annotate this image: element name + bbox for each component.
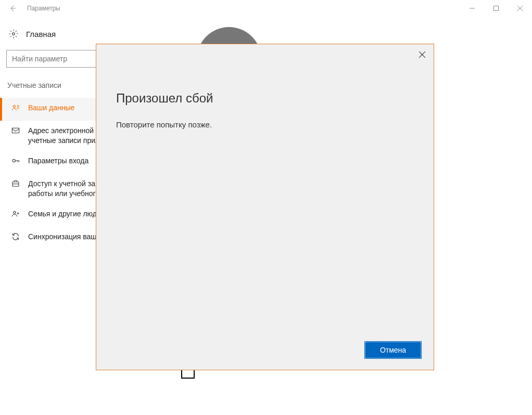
titlebar: Параметры xyxy=(0,0,532,17)
home-label: Главная xyxy=(26,30,56,38)
error-dialog: Произошел сбой Повторите попытку позже. … xyxy=(96,44,434,370)
maximize-button[interactable] xyxy=(484,0,508,17)
key-icon xyxy=(10,156,21,165)
window-title: Параметры xyxy=(27,5,60,12)
briefcase-icon xyxy=(10,179,21,188)
svg-point-17 xyxy=(14,211,16,213)
dialog-footer: Отмена xyxy=(96,332,434,370)
sidebar-item-label: Ваши данные xyxy=(28,103,74,113)
home-nav[interactable]: Главная xyxy=(0,25,156,43)
svg-point-6 xyxy=(13,105,15,107)
sidebar-item-label: Параметры входа xyxy=(28,156,88,166)
minimize-button[interactable] xyxy=(460,0,484,17)
dialog-close-button[interactable] xyxy=(416,48,428,61)
cancel-button[interactable]: Отмена xyxy=(365,342,421,358)
window-controls xyxy=(460,0,532,17)
dialog-title: Произошел сбой xyxy=(116,91,414,106)
sync-icon xyxy=(10,232,21,241)
gear-icon xyxy=(8,29,19,38)
dialog-body: Произошел сбой Повторите попытку позже. xyxy=(96,44,434,332)
svg-point-5 xyxy=(12,33,15,35)
back-button[interactable] xyxy=(4,0,21,17)
people-icon xyxy=(10,209,21,218)
sidebar-item-label: Семья и другие люди xyxy=(28,209,101,219)
svg-rect-2 xyxy=(494,6,499,11)
dialog-message: Повторите попытку позже. xyxy=(116,120,414,129)
mail-icon xyxy=(10,126,21,135)
svg-point-11 xyxy=(12,159,15,162)
close-button[interactable] xyxy=(508,0,532,17)
svg-rect-10 xyxy=(12,128,19,133)
person-card-icon xyxy=(10,103,21,112)
